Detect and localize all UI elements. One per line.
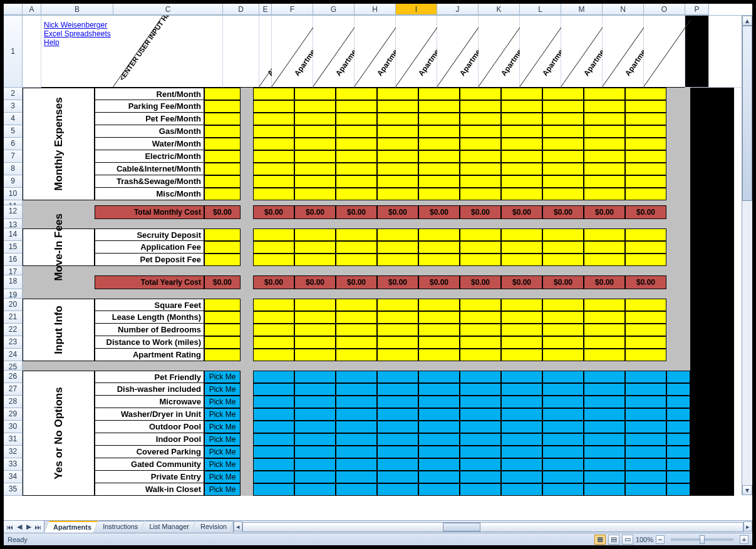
data-input[interactable]	[204, 125, 241, 138]
scroll-up-arrow[interactable]: ▴	[742, 16, 752, 26]
column-header[interactable]: A	[23, 4, 41, 15]
data-input[interactable]	[501, 408, 542, 421]
data-input[interactable]	[294, 188, 336, 200]
data-input[interactable]	[204, 336, 241, 349]
data-input[interactable]	[377, 371, 418, 383]
data-input[interactable]	[460, 163, 501, 175]
pickme-input[interactable]: Pick Me	[204, 471, 241, 483]
data-input[interactable]	[460, 483, 501, 496]
data-input[interactable]	[625, 254, 666, 266]
data-input[interactable]	[294, 254, 336, 266]
row-header[interactable]: 10	[4, 188, 23, 200]
data-input[interactable]	[542, 408, 584, 421]
row-header[interactable]: 1	[4, 16, 23, 88]
data-input[interactable]	[418, 100, 460, 113]
data-input[interactable]	[377, 163, 418, 175]
data-input[interactable]	[377, 396, 418, 408]
data-input[interactable]	[625, 163, 666, 175]
data-input[interactable]	[501, 188, 542, 200]
row-header[interactable]: 5	[4, 125, 23, 138]
data-input[interactable]	[204, 163, 241, 175]
data-input[interactable]	[501, 100, 542, 113]
data-input[interactable]	[377, 383, 418, 396]
row-header[interactable]: 8	[4, 163, 23, 175]
data-input[interactable]	[418, 371, 460, 383]
row-header[interactable]: 13	[4, 219, 23, 228]
data-input[interactable]	[542, 421, 584, 433]
data-input[interactable]	[418, 483, 460, 496]
data-input[interactable]	[418, 113, 460, 125]
author-link[interactable]: Nick Weisenberger	[44, 21, 107, 29]
data-input[interactable]	[501, 228, 542, 241]
zoom-slider[interactable]	[671, 538, 733, 541]
data-input[interactable]	[542, 125, 584, 138]
row-header[interactable]: 33	[4, 458, 23, 471]
data-input[interactable]	[460, 241, 501, 254]
row-header[interactable]: 4	[4, 113, 23, 125]
zoom-level[interactable]: 100%	[636, 536, 653, 543]
data-input[interactable]	[625, 371, 666, 383]
tab-nav-first-icon[interactable]: ⏮	[5, 521, 14, 532]
data-input[interactable]	[418, 324, 460, 336]
page-break-view-icon[interactable]: ▭	[622, 535, 633, 545]
row-header[interactable]: 26	[4, 371, 23, 383]
pickme-input[interactable]: Pick Me	[204, 433, 241, 446]
data-input[interactable]	[253, 150, 294, 163]
tab-nav-prev-icon[interactable]: ◀	[14, 521, 24, 532]
data-input[interactable]	[418, 383, 460, 396]
data-input[interactable]	[418, 408, 460, 421]
column-header[interactable]: I	[396, 4, 437, 15]
data-input[interactable]	[542, 311, 584, 324]
pickme-input[interactable]: Pick Me	[204, 408, 241, 421]
data-input[interactable]	[418, 458, 460, 471]
data-input[interactable]	[625, 150, 666, 163]
data-input[interactable]	[336, 371, 377, 383]
data-input[interactable]	[584, 408, 625, 421]
row-header[interactable]: 31	[4, 433, 23, 446]
data-input[interactable]	[377, 100, 418, 113]
vertical-scrollbar[interactable]: ▴ ▾	[742, 16, 752, 495]
data-input[interactable]	[253, 371, 294, 383]
data-input[interactable]	[542, 113, 584, 125]
data-input[interactable]	[584, 175, 625, 188]
data-input[interactable]	[584, 483, 625, 496]
data-input[interactable]	[253, 349, 294, 361]
data-input[interactable]	[294, 396, 336, 408]
data-input[interactable]	[253, 228, 294, 241]
data-input[interactable]	[584, 163, 625, 175]
data-input[interactable]	[336, 408, 377, 421]
data-input[interactable]	[253, 471, 294, 483]
data-input[interactable]	[542, 299, 584, 311]
data-input[interactable]	[418, 336, 460, 349]
data-input[interactable]	[294, 421, 336, 433]
data-input[interactable]	[418, 125, 460, 138]
data-input[interactable]	[501, 311, 542, 324]
data-input[interactable]	[377, 241, 418, 254]
data-input[interactable]	[584, 349, 625, 361]
data-input[interactable]	[584, 241, 625, 254]
row-header[interactable]: 6	[4, 138, 23, 150]
data-input[interactable]	[584, 100, 625, 113]
data-input[interactable]	[253, 138, 294, 150]
data-input[interactable]	[625, 336, 666, 349]
data-input[interactable]	[253, 125, 294, 138]
pickme-input[interactable]: Pick Me	[204, 371, 241, 383]
data-input[interactable]	[542, 383, 584, 396]
data-input[interactable]	[253, 188, 294, 200]
page-layout-view-icon[interactable]: ▤	[608, 535, 619, 545]
data-input[interactable]	[501, 150, 542, 163]
data-input[interactable]	[377, 458, 418, 471]
data-input[interactable]	[542, 88, 584, 100]
data-input[interactable]	[418, 88, 460, 100]
data-input[interactable]	[501, 421, 542, 433]
data-input[interactable]	[294, 483, 336, 496]
data-input[interactable]	[501, 299, 542, 311]
data-input[interactable]	[253, 421, 294, 433]
row-header[interactable]: 2	[4, 88, 23, 100]
data-input[interactable]	[377, 311, 418, 324]
data-input[interactable]	[418, 228, 460, 241]
column-header[interactable]: K	[479, 4, 520, 15]
row-header[interactable]: 11	[4, 200, 23, 205]
data-input[interactable]	[625, 113, 666, 125]
data-input[interactable]	[460, 125, 501, 138]
